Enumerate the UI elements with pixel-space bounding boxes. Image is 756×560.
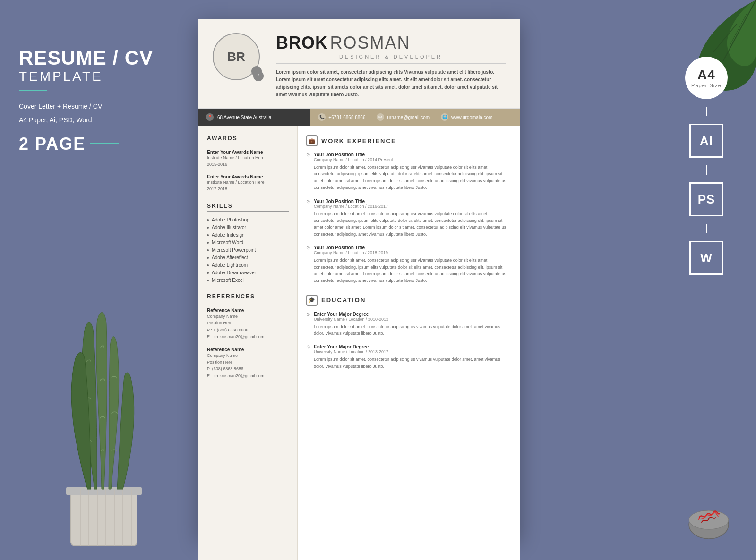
edu-desc-1: Lorem ipsum dolor sit amet. consectetur …	[314, 323, 511, 337]
work-company-1: Company Name / Location / 2014 Present	[314, 157, 511, 162]
skill-dot	[207, 249, 209, 251]
avatar-area: BR "	[213, 33, 265, 85]
award-item-2: Enter Your Awards Name Institute Name / …	[207, 174, 289, 192]
skill-dot	[207, 264, 209, 266]
edu-section-icon: 🎓	[306, 295, 318, 306]
contact-web: www.urdomain.com	[451, 115, 492, 120]
skills-section: SKILLS Adobe Photoshop Adobe Illustrator…	[207, 203, 289, 283]
name-area: BROK ROSMAN DESIGNER & DEVELOPER Lorem i…	[276, 33, 506, 99]
work-title: WORK EXPERIENCE	[321, 137, 396, 144]
award-item-1: Enter Your Awards Name Institute Name / …	[207, 150, 289, 168]
underline-bar	[19, 90, 47, 91]
contact-email-item: ✉ urname@gmail.com	[377, 113, 430, 121]
skill-adobe-aftereffect: Adobe Aftereffect	[207, 255, 289, 260]
ref-detail-1: Company Name Position Here P : + (608) 6…	[207, 313, 289, 340]
desc1: Cover Letter + Resume / CV	[19, 101, 180, 112]
awards-section: AWARDS Enter Your Awards Name Institute …	[207, 135, 289, 192]
skill-dot	[207, 242, 209, 244]
email-icon: ✉	[377, 113, 384, 121]
page-line-decoration	[90, 143, 119, 144]
skill-adobe-lightroom: Adobe Lightroom	[207, 263, 289, 268]
award-name-1: Enter Your Awards Name	[207, 150, 289, 155]
contact-address-area: 📍 68 Avenue State Australia	[198, 109, 310, 126]
desc2: A4 Paper, Ai, PSD, Word	[19, 114, 180, 126]
edu-school-1: University Name / Location / 2010-2012	[314, 317, 511, 322]
skill-dot	[207, 257, 209, 259]
skill-adobe-indesign: Adobe Indesign	[207, 232, 289, 238]
edu-desc-2: Lorem ipsum dolor sit amet. consectetur …	[314, 356, 511, 370]
plant-area	[14, 286, 194, 560]
first-name: BROK	[276, 33, 328, 52]
page-count: 2 PAGE	[19, 134, 180, 154]
edu-degree-2: Enter Your Major Degree	[314, 344, 511, 349]
reference-item-2: Reference Name Company Name Position Her…	[207, 347, 289, 380]
work-title-line	[400, 141, 511, 141]
award-detail-2: Institute Name / Location Here2017-2018	[207, 179, 289, 192]
ps-badge: PS	[689, 182, 723, 216]
doc-header: BR " BROK ROSMAN DESIGNER & DEVELOPER Lo…	[198, 19, 520, 109]
avatar-circle: BR	[213, 33, 260, 80]
work-desc-2: Lorem ipsum dolor sit amet. consectetur …	[314, 211, 511, 238]
skill-microsoft-word: Microsoft Word	[207, 240, 289, 245]
ref-detail-2: Company Name Position Here P :(608) 6868…	[207, 352, 289, 380]
job-title: DESIGNER & DEVELOPER	[276, 54, 506, 59]
awards-title: AWARDS	[207, 135, 289, 144]
phone-icon: 📞	[318, 113, 326, 121]
a4-badge: A4 Paper Size	[685, 57, 728, 99]
contact-email: urname@gmail.com	[387, 115, 430, 120]
work-desc-3: Lorem ipsum dolor sit amet. consectetur …	[314, 257, 511, 284]
work-section-header: 💼 WORK EXPERIENCE	[306, 135, 511, 146]
connector-2	[706, 165, 707, 175]
reference-item-1: Reference Name Company Name Position Her…	[207, 308, 289, 340]
doc-body: AWARDS Enter Your Awards Name Institute …	[198, 126, 520, 560]
work-company-3: Company Name / Location / 2018-2019	[314, 250, 511, 255]
avatar-quote-icon: "	[253, 71, 264, 81]
ref-name-2: Reference Name	[207, 347, 289, 352]
skill-microsoft-excel: Microsoft Excel	[207, 278, 289, 283]
work-item-1: Your Job Position Title Company Name / L…	[306, 152, 511, 191]
ai-badge: AI	[689, 124, 723, 158]
contact-phone: +6781 6868 8866	[328, 115, 365, 120]
work-desc-1: Lorem ipsum dolor sit amet. consectetur …	[314, 164, 511, 191]
w-badge: W	[689, 241, 723, 275]
name-divider	[276, 63, 506, 64]
contact-address: 68 Avenue State Australia	[217, 115, 271, 120]
skill-adobe-dreamweaver: Adobe Dreamweaver	[207, 270, 289, 275]
skill-dot	[207, 234, 209, 236]
award-detail-1: Institute Name / Location Here2015-2016	[207, 155, 289, 168]
skill-adobe-photoshop: Adobe Photoshop	[207, 217, 289, 222]
title-sub: TEMPLATE	[19, 69, 180, 84]
work-item-2: Your Job Position Title Company Name / L…	[306, 199, 511, 238]
work-section-icon: 💼	[306, 135, 318, 146]
edu-degree-1: Enter Your Major Degree	[314, 312, 511, 317]
location-icon: 📍	[206, 113, 214, 121]
education-section: 🎓 EDUCATION Enter Your Major Degree Univ…	[306, 295, 511, 370]
resume-document: BR " BROK ROSMAN DESIGNER & DEVELOPER Lo…	[198, 19, 520, 538]
skills-title: SKILLS	[207, 203, 289, 212]
skill-microsoft-powerpoint: Microsoft Powerpoint	[207, 247, 289, 253]
work-company-2: Company Name / Location / 2016-2017	[314, 204, 511, 209]
edu-school-2: University Name / Location / 2013-2017	[314, 349, 511, 354]
title-main: RESUME / CV	[19, 47, 180, 69]
ref-name-1: Reference Name	[207, 308, 289, 313]
right-column: 💼 WORK EXPERIENCE Your Job Position Titl…	[298, 126, 520, 560]
edu-section-header: 🎓 EDUCATION	[306, 295, 511, 306]
references-title: REFERENCES	[207, 293, 289, 302]
connector-3	[706, 224, 707, 233]
award-name-2: Enter Your Awards Name	[207, 174, 289, 179]
full-name: BROK ROSMAN	[276, 33, 506, 53]
connector-1	[706, 107, 707, 116]
work-title-3: Your Job Position Title	[314, 245, 511, 250]
bio-text: Lorem ipsum dolor sit amet, consectetur …	[276, 68, 506, 99]
last-name: ROSMAN	[330, 33, 410, 52]
skill-dot	[207, 280, 209, 281]
skill-adobe-illustrator: Adobe Illustrator	[207, 225, 289, 230]
bowl-area	[685, 494, 732, 541]
work-title-2: Your Job Position Title	[314, 199, 511, 204]
svg-rect-0	[71, 489, 137, 546]
work-section: 💼 WORK EXPERIENCE Your Job Position Titl…	[306, 135, 511, 284]
contact-details-area: 📞 +6781 6868 8866 ✉ urname@gmail.com 🌐 w…	[310, 109, 520, 126]
work-title-1: Your Job Position Title	[314, 152, 511, 157]
right-badges-panel: A4 Paper Size AI PS W	[685, 57, 728, 275]
edu-item-1: Enter Your Major Degree University Name …	[306, 312, 511, 337]
